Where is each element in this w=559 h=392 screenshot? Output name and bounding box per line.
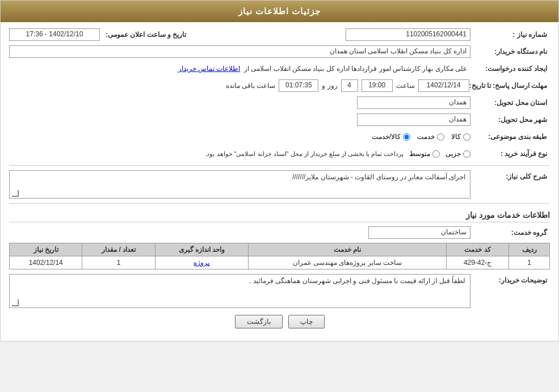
- announcement-label: تاریخ و ساعت اعلان عمومی:: [100, 31, 189, 39]
- category-option-goods: کالا: [451, 133, 470, 141]
- table-row: 1 ج-42-429 ساخت سایر پروژه‌های مهندسی عم…: [10, 256, 550, 269]
- col-need-date: تاریخ نیاز: [10, 243, 82, 256]
- category-option-both-label: کالا/خدمت: [372, 133, 401, 141]
- cell-unit: پروژه: [155, 256, 248, 269]
- category-radio-goods[interactable]: [463, 133, 470, 141]
- page-header: جزئیات اطلاعات نیاز: [1, 1, 558, 22]
- deadline-remaining: 01:07:35: [279, 79, 318, 92]
- category-option-service: خدمت: [417, 133, 444, 141]
- buyer-notes-value: لطفاً قبل از ارائه قیمت با مسئول فنی و ا…: [9, 274, 470, 308]
- purchase-type-row: نوع فرآیند خرید : جزیی متوسط پرداخت تمام…: [9, 147, 550, 161]
- purchase-type-minor-label: جزیی: [445, 150, 461, 158]
- buyer-org-value: اداره کل بنیاد مسکن انقلاب اسلامی استان …: [9, 45, 470, 58]
- cell-quantity: 1: [82, 256, 155, 269]
- services-table: ردیف کد خدمت نام خدمت واحد اندازه گیری ت…: [9, 243, 550, 269]
- service-group-value: ساختمان: [368, 226, 470, 239]
- purchase-radio-minor[interactable]: [463, 150, 470, 158]
- purchase-type-label: نوع فرآیند خرید :: [470, 150, 550, 158]
- creator-row: ایجاد کننده درخواست: علی مکاری بهار کارش…: [9, 62, 550, 75]
- need-number-label: شماره نیاز :: [470, 31, 550, 39]
- deadline-row: مهلت ارسال پاسخ: تا تاریخ: 1402/12/14 سا…: [9, 79, 550, 92]
- col-service-code: کد خدمت: [446, 243, 509, 256]
- divider1: [9, 165, 550, 166]
- deadline-date: 1402/12/14: [418, 79, 469, 92]
- deadline-time-label: ساعت: [396, 82, 415, 90]
- category-options: کالا خدمت کالا/خدمت: [372, 133, 470, 141]
- buyer-org-row: نام دستگاه خریدار: اداره کل بنیاد مسکن ا…: [9, 45, 550, 58]
- buttons-row: چاپ بازگشت: [9, 315, 550, 328]
- deadline-time: 19:00: [362, 79, 393, 92]
- category-radio-both[interactable]: [403, 133, 410, 141]
- purchase-type-options: جزیی متوسط پرداخت تمام یا بخشی از مبلغ خ…: [205, 150, 470, 158]
- deadline-label: مهلت ارسال پاسخ: تا تاریخ:: [469, 82, 550, 90]
- province-row: استان محل تحویل: همدان: [9, 96, 550, 109]
- services-section-title: اطلاعات خدمات مورد نیاز: [9, 210, 550, 222]
- need-description-label: شرح کلی نیاز:: [470, 170, 550, 180]
- buyer-org-label: نام دستگاه خریدار:: [470, 48, 550, 56]
- deadline-days-label: روز و: [322, 82, 337, 90]
- province-value: همدان: [357, 96, 470, 109]
- need-number-row: شماره نیاز : 1102005162000441 تاریخ و سا…: [9, 28, 550, 41]
- purchase-radio-medium[interactable]: [432, 150, 440, 158]
- col-service-name: نام خدمت: [249, 243, 447, 256]
- province-label: استان محل تحویل:: [470, 99, 550, 107]
- city-row: شهر محل تحویل: همدان: [9, 113, 550, 127]
- table-header-row: ردیف کد خدمت نام خدمت واحد اندازه گیری ت…: [10, 243, 550, 256]
- cell-service-name: ساخت سایر پروژه‌های مهندسی عمران: [249, 256, 447, 269]
- deadline-details: 1402/12/14 ساعت 19:00 4 روز و 01:07:35 س…: [9, 79, 469, 92]
- category-option-both: کالا/خدمت: [372, 133, 410, 141]
- announcement-value: 1402/12/10 - 17:36: [9, 28, 100, 41]
- need-number-value: 1102005162000441: [346, 28, 470, 41]
- category-row: طبقه بندی موضوعی: کالا خدمت کالا/خدمت: [9, 130, 550, 144]
- service-group-row: گروه خدمت: ساختمان: [9, 226, 550, 239]
- buyer-notes-label: توضیحات خریدار:: [470, 274, 550, 284]
- page-title: جزئیات اطلاعات نیاز: [238, 6, 321, 16]
- creator-link[interactable]: اطلاعات تماس خریدار: [178, 65, 241, 73]
- purchase-type-medium: متوسط: [409, 150, 440, 158]
- need-description-value: اجرای آسفالت معابر در روستای القاوت - شه…: [9, 170, 470, 199]
- category-radio-service[interactable]: [437, 133, 444, 141]
- col-quantity: تعداد / مقدار: [82, 243, 155, 256]
- creator-label: ایجاد کننده درخواست:: [470, 65, 550, 73]
- print-button[interactable]: چاپ: [288, 315, 325, 328]
- deadline-days: 4: [341, 79, 358, 92]
- cell-service-code: ج-42-429: [446, 256, 509, 269]
- buyer-notes-row: توضیحات خریدار: لطفاً قبل از ارائه قیمت …: [9, 274, 550, 308]
- cell-row-num: 1: [509, 256, 550, 269]
- purchase-type-minor: جزیی: [445, 150, 470, 158]
- cell-need-date: 1402/12/14: [10, 256, 82, 269]
- city-value: همدان: [357, 113, 470, 126]
- col-row-num: ردیف: [509, 243, 550, 256]
- service-group-label: گروه خدمت:: [470, 229, 550, 237]
- col-unit: واحد اندازه گیری: [155, 243, 248, 256]
- need-description-row: شرح کلی نیاز: اجرای آسفالت معابر در روست…: [9, 170, 550, 199]
- deadline-remaining-label: ساعت باقی مانده: [226, 82, 276, 90]
- category-label: طبقه بندی موضوعی:: [470, 133, 550, 141]
- purchase-type-medium-label: متوسط: [409, 150, 430, 158]
- purchase-note: پرداخت تمام یا بخشی از مبلغ خریدار از مح…: [205, 150, 404, 158]
- category-option-goods-label: کالا: [451, 133, 461, 141]
- city-label: شهر محل تحویل:: [470, 116, 550, 124]
- creator-value: علی مکاری بهار کارشناس امور قراردادها اد…: [9, 64, 470, 74]
- back-button[interactable]: بازگشت: [235, 315, 283, 328]
- divider2: [9, 203, 550, 204]
- category-option-service-label: خدمت: [417, 133, 435, 141]
